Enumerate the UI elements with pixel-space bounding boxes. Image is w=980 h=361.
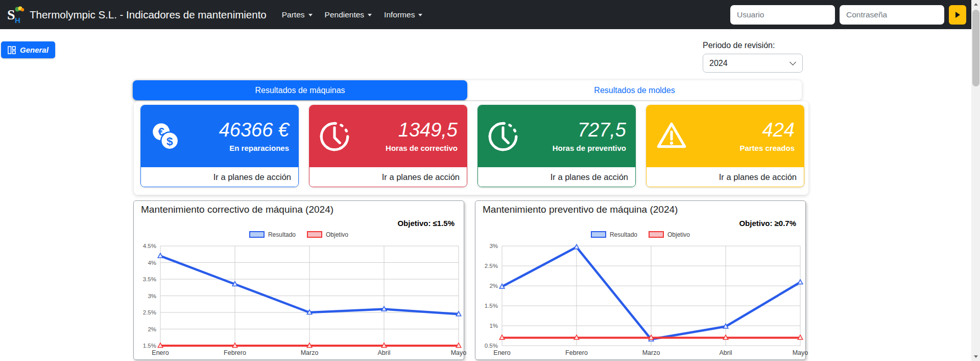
- kpi-value: 1349,5: [386, 120, 458, 141]
- svg-text:4.5%: 4.5%: [143, 243, 156, 249]
- general-button[interactable]: General: [1, 41, 55, 58]
- general-button-label: General: [20, 46, 49, 54]
- svg-text:Enero: Enero: [152, 349, 169, 356]
- kpi-card-header: 727,5 Horas de preventivo: [478, 105, 635, 167]
- username-input[interactable]: [730, 5, 835, 25]
- chevron-down-icon: [418, 14, 422, 16]
- svg-text:2.5%: 2.5%: [485, 263, 498, 269]
- chart-title: Mantenimiento preventivo de máquina (202…: [475, 203, 805, 216]
- menu-item-informes[interactable]: Informes: [378, 6, 428, 24]
- kpi-cards-row: € $ 46366 € En reparaciones Ir a planes …: [140, 105, 804, 187]
- period-select[interactable]: 2024: [703, 54, 803, 73]
- svg-text:Marzo: Marzo: [642, 349, 660, 356]
- chart-panel-correctivo: Mantenimiento correctivo de máquina (202…: [133, 200, 464, 360]
- legend-entry-resultado: Resultado: [249, 231, 296, 238]
- kpi-card-header: 1349,5 Horas de correctivo: [309, 105, 467, 167]
- chart-objective-label: Objetivo: ≥0.7%: [475, 219, 805, 228]
- chevron-down-icon: [368, 14, 372, 16]
- kpi-card-en-reparaciones: € $ 46366 € En reparaciones Ir a planes …: [140, 105, 299, 187]
- action-plans-link[interactable]: Ir a planes de acción: [309, 167, 467, 187]
- kpi-card-horas-correctivo: 1349,5 Horas de correctivo Ir a planes d…: [309, 105, 467, 187]
- svg-text:$: $: [166, 134, 173, 147]
- kpi-label: Horas de correctivo: [386, 144, 458, 152]
- kpi-label: Partes creados: [739, 144, 795, 152]
- clock-icon: [486, 120, 520, 153]
- warning-triangle-icon: [655, 120, 688, 153]
- svg-text:Mayo: Mayo: [451, 349, 467, 356]
- svg-text:0.5%: 0.5%: [485, 343, 498, 349]
- kpi-card-header: € $ 46366 € En reparaciones: [141, 105, 298, 167]
- navbar-brand[interactable]: S H Thermolympic S.L. - Indicadores de m…: [6, 6, 267, 24]
- svg-text:Mayo: Mayo: [793, 349, 808, 356]
- main-menu: Partes Pendientes Informes: [276, 6, 429, 24]
- kpi-value: 424: [739, 120, 795, 141]
- menu-item-partes[interactable]: Partes: [276, 6, 319, 24]
- login-form: [730, 5, 966, 25]
- legend-entry-objetivo: Objetivo: [649, 231, 690, 238]
- chevron-down-icon: [308, 14, 313, 16]
- svg-text:Febrero: Febrero: [565, 349, 588, 356]
- svg-text:3.5%: 3.5%: [143, 276, 156, 282]
- svg-text:2%: 2%: [489, 283, 498, 289]
- legend-entry-resultado: Resultado: [591, 231, 637, 238]
- svg-text:H: H: [15, 16, 20, 24]
- period-label: Periodo de revisión:: [703, 41, 775, 50]
- svg-text:3%: 3%: [148, 292, 156, 299]
- kpi-card-horas-preventivo: 727,5 Horas de preventivo Ir a planes de…: [477, 105, 636, 187]
- kpi-label: Horas de preventivo: [553, 144, 626, 152]
- vertical-scrollbar[interactable]: [971, 0, 980, 361]
- svg-text:Marzo: Marzo: [301, 349, 319, 356]
- menu-item-pendientes[interactable]: Pendientes: [319, 6, 378, 24]
- chart-title: Mantenimiento correctivo de máquina (202…: [134, 203, 464, 216]
- chart-panel-preventivo: Mantenimiento preventivo de máquina (202…: [475, 200, 806, 360]
- clock-icon: [318, 120, 351, 153]
- svg-text:Abril: Abril: [719, 349, 732, 356]
- svg-text:1%: 1%: [489, 323, 498, 329]
- line-chart-correctivo: 4.5%4%3.5%3%2.5%2%1.5%EneroFebreroMarzoA…: [134, 243, 464, 358]
- svg-text:Febrero: Febrero: [224, 349, 246, 356]
- action-plans-link[interactable]: Ir a planes de acción: [141, 167, 298, 187]
- kpi-value: 727,5: [553, 120, 626, 141]
- chart-legend: Resultado Objetivo: [134, 231, 464, 239]
- svg-text:2%: 2%: [148, 326, 156, 332]
- tab-bar: Resultados de máquinas Resultados de mol…: [133, 80, 802, 100]
- kpi-label: En reparaciones: [219, 144, 289, 152]
- legend-swatch-objetivo: [649, 231, 664, 238]
- scroll-down-arrow-icon[interactable]: [971, 352, 980, 361]
- kpi-cards-panel: € $ 46366 € En reparaciones Ir a planes …: [134, 101, 808, 195]
- kpi-value: 46366 €: [219, 120, 289, 141]
- tab-resultados-moldes[interactable]: Resultados de moldes: [467, 80, 802, 100]
- tab-resultados-maquinas[interactable]: Resultados de máquinas: [133, 80, 467, 100]
- svg-text:2.5%: 2.5%: [143, 309, 156, 315]
- legend-swatch-resultado: [249, 231, 265, 238]
- action-plans-link[interactable]: Ir a planes de acción: [478, 167, 635, 187]
- login-button[interactable]: [949, 5, 966, 25]
- app-logo-icon: S H: [6, 6, 25, 24]
- kpi-card-header: 424 Partes creados: [647, 105, 804, 167]
- kpi-card-partes-creados: 424 Partes creados Ir a planes de acción: [646, 105, 804, 187]
- line-chart-preventivo: 3%2.5%2%1.5%1%0.5%EneroFebreroMarzoAbril…: [475, 243, 805, 358]
- scroll-up-arrow-icon[interactable]: [971, 0, 980, 9]
- app-title: Thermolympic S.L. - Indicadores de mante…: [30, 9, 267, 21]
- menu-item-label: Pendientes: [325, 10, 365, 19]
- euro-dollar-coins-icon: € $: [149, 120, 183, 153]
- svg-text:Abril: Abril: [377, 349, 390, 356]
- action-plans-link[interactable]: Ir a planes de acción: [647, 167, 804, 187]
- svg-text:S: S: [7, 7, 15, 22]
- chart-objective-label: Objetivo: ≤1.5%: [134, 219, 464, 228]
- chart-legend: Resultado Objetivo: [475, 231, 805, 239]
- period-select-wrap: 2024: [703, 54, 803, 73]
- svg-text:1.5%: 1.5%: [143, 343, 156, 349]
- navbar: S H Thermolympic S.L. - Indicadores de m…: [0, 0, 980, 29]
- play-arrow-icon: [955, 12, 960, 18]
- svg-text:3%: 3%: [489, 243, 498, 249]
- svg-text:1.5%: 1.5%: [485, 303, 498, 309]
- menu-item-label: Partes: [282, 10, 305, 19]
- svg-text:Enero: Enero: [493, 349, 510, 356]
- password-input[interactable]: [840, 5, 944, 25]
- layout-grid-icon: [8, 46, 16, 54]
- menu-item-label: Informes: [384, 10, 415, 19]
- scrollbar-thumb[interactable]: [972, 10, 979, 86]
- svg-text:4%: 4%: [148, 259, 156, 265]
- legend-entry-objetivo: Objetivo: [307, 231, 348, 238]
